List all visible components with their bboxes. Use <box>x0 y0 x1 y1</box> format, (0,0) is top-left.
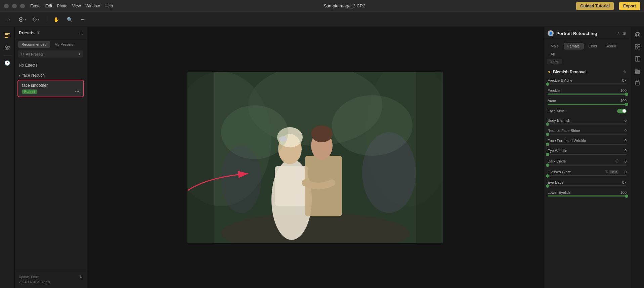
indiv-tab[interactable]: Indiv. <box>547 59 562 64</box>
gender-tab-male[interactable]: Male <box>547 43 562 49</box>
body-blemish-slider[interactable] <box>548 123 627 124</box>
gender-tab-senior[interactable]: Senior <box>602 43 620 49</box>
lower-eyelids-label: Lower Eyelids <box>548 190 618 194</box>
dark-circle-label: Dark Circle <box>548 159 614 163</box>
presets-header: Presets ⓘ ⊕ <box>15 27 87 38</box>
section-edit-icon[interactable]: ✎ <box>623 70 627 74</box>
canvas-image <box>187 72 443 243</box>
menu-evoto[interactable]: Evoto <box>30 4 41 8</box>
blemish-removal-section-header[interactable]: ▼ Blemish Removal ✎ <box>544 67 631 77</box>
presets-tab-recommended[interactable]: Recommended <box>18 41 50 48</box>
menu-view[interactable]: View <box>72 4 81 8</box>
filename-display: SampleImage_3.CR2 <box>118 3 571 8</box>
svg-rect-4 <box>5 37 8 38</box>
zoom-tool-icon[interactable]: 🔍 <box>65 15 74 24</box>
preset-menu-button[interactable]: ••• <box>75 89 79 94</box>
glasses-glare-label: Glasses Glare <box>548 170 603 174</box>
expand-icon[interactable]: ⤢ <box>616 31 620 36</box>
menu-photo[interactable]: Photo <box>57 4 67 8</box>
right-panel: 👤 Portrait Retouching ⤢ ⚙ Male Female Ch… <box>543 27 631 288</box>
presets-refresh-icon[interactable]: ↻ <box>79 275 83 279</box>
titlebar: Evoto Edit Photo View Window Help Sample… <box>0 0 644 12</box>
svg-point-32 <box>332 95 413 156</box>
gender-tab-all[interactable]: All <box>547 51 558 58</box>
right-panel-content: ▼ Blemish Removal ✎ Freckle & Acne 0 ▾ <box>544 67 631 288</box>
export-button[interactable]: Export <box>619 2 640 10</box>
hand-tool-icon[interactable]: ✋ <box>51 15 61 24</box>
far-right-grid-icon[interactable] <box>633 42 643 52</box>
preset-tag: Portrait <box>22 89 37 94</box>
home-icon[interactable]: ⌂ <box>4 15 13 24</box>
preset-item-face-smoother[interactable]: face smoother Portrait ••• <box>17 80 84 97</box>
svg-point-46 <box>636 69 637 70</box>
eye-bags-slider[interactable] <box>548 185 627 186</box>
glasses-glare-slider[interactable] <box>548 175 627 176</box>
eye-bags-chevron-icon: ▾ <box>625 181 627 184</box>
presets-tab-my-presets[interactable]: My Presets <box>51 41 77 48</box>
gender-tab-child[interactable]: Child <box>585 43 601 49</box>
sidebar-separator <box>3 55 11 56</box>
portrait-icon: 👤 <box>548 30 554 36</box>
svg-rect-27 <box>187 72 214 243</box>
reduce-face-shine-slider[interactable] <box>548 134 627 135</box>
svg-rect-40 <box>638 47 640 49</box>
acne-control: Acne 100 <box>544 97 631 106</box>
svg-point-31 <box>221 105 288 159</box>
face-mole-toggle[interactable] <box>617 109 627 113</box>
eye-bags-value-dropdown[interactable]: 0 ▾ <box>622 180 627 184</box>
freckle-value: 100 <box>618 88 627 93</box>
filter-icon: ⊟ <box>21 52 24 56</box>
presets-filter-dropdown[interactable]: ⊟ All Presets ▾ <box>18 50 83 58</box>
face-mole-control: Face Mole <box>544 107 631 116</box>
presets-group-face-retouch: ▾ face retouch face smoother Portrait ••… <box>15 70 87 99</box>
far-right-face-icon[interactable] <box>633 30 643 40</box>
dark-circle-value: 0 <box>618 159 627 163</box>
face-forehead-wrinkle-slider[interactable] <box>548 144 627 145</box>
menu-help[interactable]: Help <box>104 4 113 8</box>
sidebar-presets-icon[interactable] <box>2 30 13 40</box>
sidebar-history-icon[interactable]: 🕐 <box>2 58 13 68</box>
guided-tutorial-button[interactable]: Guided Tutorial <box>576 2 614 10</box>
eye-wrinkle-slider[interactable] <box>548 154 627 155</box>
svg-point-47 <box>638 71 639 72</box>
freckle-slider[interactable] <box>548 94 627 95</box>
menu-window[interactable]: Window <box>86 4 100 8</box>
group-chevron-icon: ▾ <box>19 74 20 77</box>
window-maximize-button[interactable] <box>20 4 25 8</box>
svg-point-36 <box>638 34 639 35</box>
glasses-glare-info-icon[interactable]: ⓘ <box>605 170 608 174</box>
dark-circle-info-icon[interactable]: ⓘ <box>615 159 618 164</box>
sidebar-adjust-icon[interactable] <box>2 42 13 53</box>
svg-rect-44 <box>635 71 640 72</box>
glasses-glare-control: Glasses Glare ⓘ Beta 0 <box>544 168 631 178</box>
svg-rect-2 <box>5 34 8 35</box>
presets-info-icon[interactable]: ⓘ <box>37 30 40 35</box>
reduce-face-shine-label: Reduce Face Shine <box>548 129 618 133</box>
glasses-glare-beta-badge: Beta <box>609 170 618 174</box>
far-right-settings-icon[interactable] <box>633 66 643 76</box>
far-right-compare-icon[interactable] <box>633 54 643 64</box>
freckle-acne-value-dropdown[interactable]: 0 ▾ <box>622 78 627 82</box>
section-chevron-icon: ▼ <box>548 70 551 74</box>
lower-eyelids-slider[interactable] <box>548 195 627 196</box>
add-icon[interactable]: ▾ <box>17 15 27 24</box>
presets-add-icon[interactable]: ⊕ <box>79 31 83 35</box>
freckle-acne-slider[interactable] <box>548 83 627 84</box>
dark-circle-control: Dark Circle ⓘ 0 <box>544 157 631 167</box>
eyedropper-icon[interactable]: ✒ <box>78 15 88 24</box>
svg-point-5 <box>6 46 7 47</box>
left-icon-sidebar: 🕐 <box>0 27 15 288</box>
menu-edit[interactable]: Edit <box>45 4 52 8</box>
gender-tab-female[interactable]: Female <box>564 43 584 49</box>
undo-icon[interactable]: ▾ <box>31 15 40 24</box>
presets-group-header[interactable]: ▾ face retouch <box>15 72 87 79</box>
settings-icon[interactable]: ⚙ <box>622 31 627 36</box>
acne-slider[interactable] <box>548 104 627 105</box>
dark-circle-slider[interactable] <box>548 165 627 166</box>
presets-update-time: Update Time: 2024-11-10 21:49:59 <box>19 275 83 285</box>
window-minimize-button[interactable] <box>12 4 17 8</box>
window-close-button[interactable] <box>4 4 9 8</box>
far-right-crop-icon[interactable] <box>633 78 643 88</box>
no-effects-item[interactable]: No Effects <box>15 60 87 70</box>
presets-filter-label: All Presets <box>26 52 44 56</box>
